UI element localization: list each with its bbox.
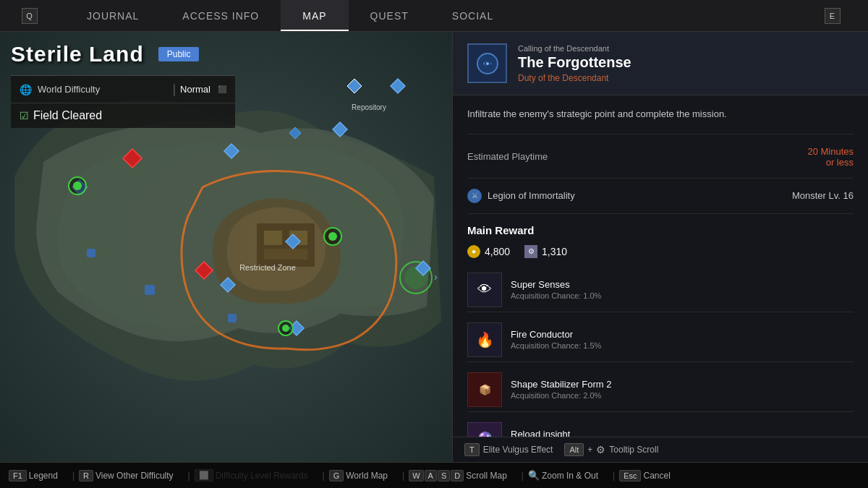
- panel-bottom-bar: T Elite Vulgus Effect Alt + ⚙ Tooltip Sc…: [453, 437, 868, 462]
- svg-point-25: [328, 232, 337, 241]
- svg-rect-28: [145, 285, 155, 295]
- filter-panel: 🌐 World Difficulty | Normal ⬛ ☑ Field Cl…: [11, 75, 235, 128]
- reward-name-0: Super Senses: [511, 279, 601, 290]
- tooltip-action: Alt + ⚙ Tooltip Scroll: [564, 443, 658, 456]
- nav-social[interactable]: Social: [430, 0, 515, 31]
- elite-action: T Elite Vulgus Effect: [464, 443, 553, 456]
- gear-currency: ⚙ 1,310: [524, 245, 567, 258]
- svg-rect-30: [87, 249, 95, 257]
- svg-rect-2: [264, 231, 282, 245]
- world-map-label: World Map: [346, 471, 388, 481]
- field-cleared-filter[interactable]: ☑ Field Cleared: [11, 103, 235, 128]
- nav-access-info[interactable]: Access Info: [161, 0, 281, 31]
- difficulty-rewards-action: ⬜ Difficulty Level Rewards: [195, 469, 308, 481]
- svg-rect-4: [264, 249, 307, 260]
- plus-sign: +: [587, 445, 592, 455]
- reward-info-1: Fire Conductor Acquisition Chance: 1.5%: [511, 329, 601, 350]
- svg-text:Restricted Zone: Restricted Zone: [239, 263, 296, 272]
- world-difficulty-value: | Normal ⬛: [172, 82, 226, 97]
- gold-currency: ● 4,800: [467, 245, 510, 258]
- globe-icon: 🌐: [20, 84, 32, 95]
- mission-header: Calling of the Descendant The Forgottens…: [453, 32, 868, 95]
- t-key: T: [464, 443, 480, 456]
- view-difficulty-action: R View Other Difficulty: [79, 470, 174, 481]
- wasd-group: W A S D: [409, 470, 464, 481]
- reward-info-2: Shape Stabilizer Form 2 Acquisition Chan…: [511, 379, 611, 400]
- mission-body: Infiltrate the enemy's strategic point a…: [453, 95, 868, 437]
- monster-level: Monster Lv. 16: [792, 190, 854, 201]
- reward-icon-1: 🔥: [467, 322, 502, 357]
- playtime-row: Estimated Playtime 20 Minutesor less: [467, 146, 854, 179]
- g-key: G: [329, 470, 344, 481]
- elite-label: Elite Vulgus Effect: [483, 445, 553, 455]
- nav-map[interactable]: Map: [281, 0, 348, 31]
- mission-description: Infiltrate the enemy's strategic point a…: [467, 107, 854, 134]
- mission-info: Calling of the Descendant The Forgottens…: [518, 44, 631, 83]
- faction-icon: ⚔: [467, 189, 482, 203]
- map-background: Restricted Zone Repository ›: [0, 32, 452, 462]
- reward-name-2: Shape Stabilizer Form 2: [511, 379, 611, 390]
- reward-icon-3: 🔮: [467, 422, 502, 437]
- reward-name-1: Fire Conductor: [511, 329, 601, 340]
- playtime-value: 20 Minutesor less: [807, 146, 854, 168]
- reward-info-3: Reload insight Acquisition Chance: 12.5%: [511, 429, 605, 437]
- reward-name-3: Reload insight: [511, 429, 605, 437]
- gear-amount: 1,310: [542, 246, 567, 257]
- map-area: Restricted Zone Repository ›: [0, 32, 452, 462]
- reward-chance-0: Acquisition Chance: 1.0%: [511, 291, 601, 300]
- cancel-action: Esc Cancel: [619, 470, 671, 481]
- nav-q-key[interactable]: Q: [0, 0, 65, 31]
- nav-journal[interactable]: Journal: [65, 0, 161, 31]
- mission-name: The Forgottense: [518, 54, 631, 71]
- reward-item-3: 🔮 Reload insight Acquisition Chance: 12.…: [467, 418, 854, 437]
- zoom-icon: 🔍: [528, 470, 540, 481]
- reward-item-0: 👁 Super Senses Acquisition Chance: 1.0%: [467, 268, 854, 312]
- reward-chance-2: Acquisition Chance: 2.0%: [511, 391, 611, 400]
- f1-key: F1: [9, 470, 27, 481]
- e-key-hint: E: [825, 8, 841, 24]
- mission-icon: [467, 43, 507, 83]
- scroll-icon: ⚙: [596, 444, 605, 455]
- gold-amount: 4,800: [485, 246, 510, 257]
- playtime-label: Estimated Playtime: [467, 151, 548, 162]
- r-key: R: [79, 470, 93, 481]
- nav-quest[interactable]: Quest: [349, 0, 430, 31]
- reward-icon-0: 👁: [467, 273, 502, 307]
- difficulty-level-label: Difficulty Level Rewards: [216, 471, 308, 481]
- legend-label: Legend: [29, 471, 58, 481]
- esc-key: Esc: [619, 470, 641, 481]
- reward-item-1: 🔥 Fire Conductor Acquisition Chance: 1.5…: [467, 318, 854, 362]
- reward-info-0: Super Senses Acquisition Chance: 1.0%: [511, 279, 601, 300]
- svg-text:Repository: Repository: [352, 103, 386, 111]
- svg-point-33: [486, 62, 489, 65]
- difficulty-key: ⬜: [195, 469, 213, 481]
- q-key-hint: Q: [22, 8, 38, 24]
- zoom-action: 🔍 Zoom In & Out: [528, 470, 598, 481]
- zoom-label: Zoom In & Out: [542, 471, 598, 481]
- nav-e-key[interactable]: E: [803, 0, 868, 31]
- bottom-bar: F1 Legend | R View Other Difficulty | ⬜ …: [0, 462, 868, 488]
- mission-category: Calling of the Descendant: [518, 44, 631, 53]
- field-cleared-label: Field Cleared: [33, 109, 102, 122]
- cancel-label: Cancel: [643, 471, 670, 481]
- svg-point-23: [73, 181, 82, 190]
- mission-panel: Calling of the Descendant The Forgottens…: [452, 32, 868, 462]
- currency-row: ● 4,800 ⚙ 1,310: [467, 245, 854, 258]
- svg-point-27: [282, 325, 289, 332]
- gold-icon: ●: [467, 245, 480, 258]
- mission-subtitle: Duty of the Descendant: [518, 73, 631, 83]
- reward-chance-1: Acquisition Chance: 1.5%: [511, 341, 601, 350]
- scroll-map-action: W A S D Scroll Map: [409, 470, 507, 481]
- reward-icon-2: 📦: [467, 372, 502, 407]
- scroll-map-label: Scroll Map: [466, 471, 507, 481]
- alt-key: Alt: [564, 443, 584, 456]
- tooltip-label: Tooltip Scroll: [609, 445, 658, 455]
- svg-rect-29: [228, 314, 237, 322]
- location-name: Sterile Land: [11, 42, 144, 67]
- faction-label: ⚔ Legion of Immortality: [467, 189, 575, 203]
- faction-row: ⚔ Legion of Immortality Monster Lv. 16: [467, 189, 854, 214]
- location-header: Sterile Land Public: [11, 42, 199, 67]
- world-difficulty-filter[interactable]: 🌐 World Difficulty | Normal ⬛: [11, 75, 235, 103]
- world-map-action: G World Map: [329, 470, 388, 481]
- checkbox-checked-icon: ☑: [20, 110, 29, 121]
